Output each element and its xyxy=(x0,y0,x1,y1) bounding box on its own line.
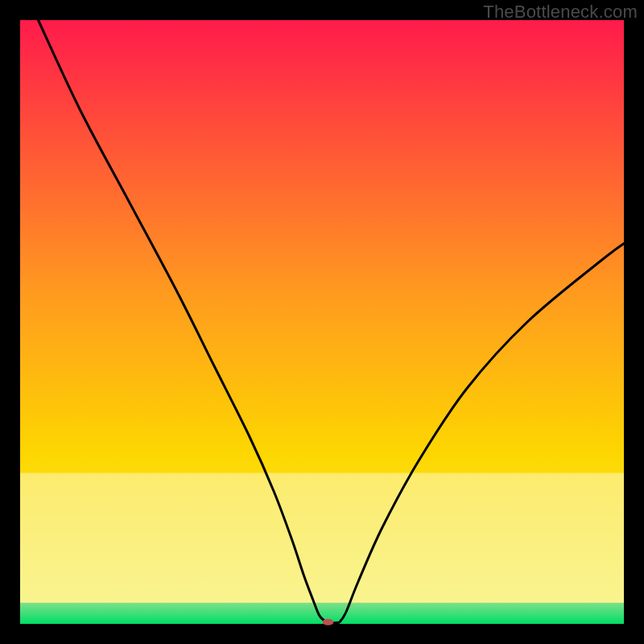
pale-yellow-band xyxy=(20,473,624,603)
optimum-marker xyxy=(323,619,334,625)
green-band xyxy=(20,603,624,624)
bottleneck-chart xyxy=(0,0,644,644)
chart-frame: TheBottleneck.com xyxy=(0,0,644,644)
watermark-text: TheBottleneck.com xyxy=(483,2,638,23)
